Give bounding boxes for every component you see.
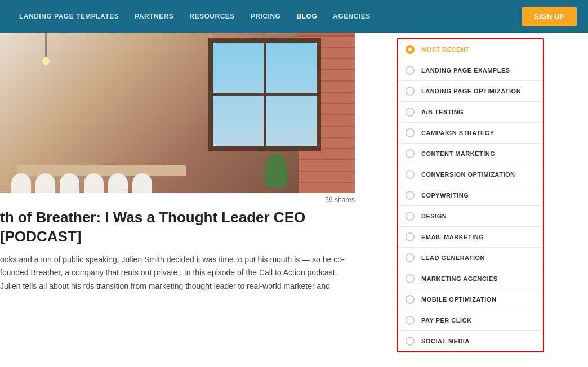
radio-circle-icon xyxy=(406,108,415,117)
content-area: 59 shares th of Breather: I Was a Though… xyxy=(0,33,389,367)
blog-image-inner xyxy=(0,33,355,193)
sidebar-category-item[interactable]: MOST RECENT xyxy=(398,39,543,60)
radio-circle-icon xyxy=(406,253,415,262)
chair-5 xyxy=(108,173,128,193)
chair-3 xyxy=(60,173,79,193)
sidebar: MOST RECENTLANDING PAGE EXAMPLESLANDING … xyxy=(389,33,552,367)
category-label: DESIGN xyxy=(421,213,447,220)
main-container: 59 shares th of Breather: I Was a Though… xyxy=(0,33,588,367)
blog-title: th of Breather: I Was a Thought Leader C… xyxy=(0,208,355,253)
nav-blog[interactable]: BLOG xyxy=(288,12,325,20)
sidebar-category-item[interactable]: MOBILE OPTIMIZATION xyxy=(398,289,543,310)
radio-circle-icon xyxy=(406,66,415,75)
radio-circle-icon xyxy=(406,337,415,346)
category-label: SOCIAL MEDIA xyxy=(421,338,470,344)
chairs-decoration xyxy=(11,173,208,193)
sidebar-category-item[interactable]: MARKETING AGENCIES xyxy=(398,268,543,289)
chair-6 xyxy=(132,173,152,193)
category-label: CAMPAIGN STRATEGY xyxy=(421,129,495,136)
category-label: A/B TESTING xyxy=(421,109,464,115)
category-label: PAY PER CLICK xyxy=(421,317,471,324)
nav-landing-page-templates[interactable]: LANDING PAGE TEMPLATES xyxy=(11,12,127,20)
chair-1 xyxy=(11,173,31,193)
radio-circle-icon xyxy=(406,232,415,241)
category-label: MARKETING AGENCIES xyxy=(421,275,498,282)
radio-circle-icon xyxy=(406,274,415,283)
nav-agencies[interactable]: AGENCIES xyxy=(325,12,378,20)
shares-count: 59 shares xyxy=(0,193,355,208)
signup-button[interactable]: SIGN UP xyxy=(522,7,577,26)
sidebar-category-item[interactable]: SOCIAL MEDIA xyxy=(398,331,543,351)
radio-circle-icon xyxy=(406,170,415,179)
sidebar-category-item[interactable]: COPYWRITING xyxy=(398,185,543,206)
sidebar-category-item[interactable]: CONTENT MARKETING xyxy=(398,144,543,164)
sidebar-category-item[interactable]: LEAD GENERATION xyxy=(398,248,543,268)
blog-excerpt: ooks and a ton of public speaking, Julie… xyxy=(0,253,355,293)
sidebar-category-item[interactable]: CAMPAIGN STRATEGY xyxy=(398,123,543,144)
category-label: COPYWRITING xyxy=(421,192,469,199)
nav-pricing[interactable]: PRICING xyxy=(243,12,289,20)
light-bulb-decoration xyxy=(45,33,47,61)
radio-circle-icon xyxy=(406,316,415,325)
sidebar-category-item[interactable]: LANDING PAGE OPTIMIZATION xyxy=(398,81,543,102)
category-label: CONVERSION OPTIMIZATION xyxy=(421,171,515,178)
sidebar-category-item[interactable]: CONVERSION OPTIMIZATION xyxy=(398,164,543,185)
category-label: MOBILE OPTIMIZATION xyxy=(421,296,496,303)
category-label: CONTENT MARKETING xyxy=(421,150,495,157)
navbar: LANDING PAGE TEMPLATES PARTNERS RESOURCE… xyxy=(0,0,588,33)
nav-partners[interactable]: PARTNERS xyxy=(127,12,181,20)
plant-decoration xyxy=(265,154,287,187)
category-label: LANDING PAGE OPTIMIZATION xyxy=(421,88,521,95)
chair-2 xyxy=(35,173,55,193)
radio-circle-icon xyxy=(406,191,415,200)
window-decoration xyxy=(208,38,321,151)
sidebar-category-item[interactable]: DESIGN xyxy=(398,206,543,227)
category-label: EMAIL MARKETING xyxy=(421,234,484,240)
nav-links: LANDING PAGE TEMPLATES PARTNERS RESOURCE… xyxy=(11,12,378,20)
sidebar-categories-list: MOST RECENTLANDING PAGE EXAMPLESLANDING … xyxy=(397,38,544,352)
nav-resources[interactable]: RESOURCES xyxy=(181,12,243,20)
category-label: LANDING PAGE EXAMPLES xyxy=(421,67,510,74)
sidebar-category-item[interactable]: LANDING PAGE EXAMPLES xyxy=(398,60,543,81)
radio-circle-icon xyxy=(406,45,415,54)
radio-circle-icon xyxy=(406,149,415,158)
blog-image xyxy=(0,33,355,193)
radio-circle-icon xyxy=(406,87,415,96)
category-label: MOST RECENT xyxy=(421,46,470,53)
radio-circle-icon xyxy=(406,295,415,304)
chair-4 xyxy=(84,173,104,193)
radio-circle-icon xyxy=(406,128,415,137)
sidebar-category-item[interactable]: A/B TESTING xyxy=(398,102,543,123)
radio-circle-icon xyxy=(406,212,415,221)
sidebar-category-item[interactable]: EMAIL MARKETING xyxy=(398,227,543,248)
sidebar-category-item[interactable]: PAY PER CLICK xyxy=(398,310,543,331)
category-label: LEAD GENERATION xyxy=(421,254,485,261)
